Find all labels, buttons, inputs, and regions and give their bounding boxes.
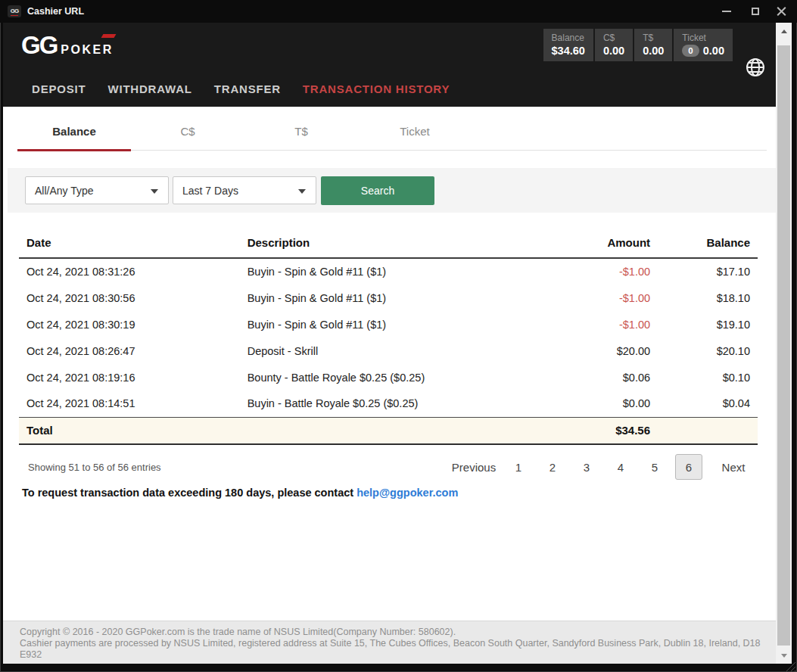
transaction-balance: $0.10: [658, 364, 758, 390]
logo-gg-text: GG: [21, 33, 57, 58]
ticket-count-pill: 0: [682, 45, 699, 57]
wallet-badge-value-row: $34.60: [552, 45, 585, 57]
transaction-date: Oct 24, 2021 08:30:56: [19, 285, 240, 311]
app-header: GG POKER Balance $34.60: [3, 23, 776, 107]
transaction-balance: $0.04: [658, 390, 758, 417]
nav-tab[interactable]: DEPOSIT: [32, 82, 86, 95]
window-frame: GG POKER Balance $34.60: [3, 23, 792, 664]
nav-tab[interactable]: WITHDRAWAL: [107, 82, 191, 95]
vertical-scrollbar[interactable]: [776, 23, 792, 664]
transaction-amount: $0.06: [484, 364, 658, 390]
transaction-balance: $19.10: [658, 311, 758, 338]
chevron-down-icon: [298, 189, 306, 194]
transaction-description: Bounty - Battle Royale $0.25 ($0.25): [240, 364, 484, 390]
triangle-up-icon[interactable]: [776, 24, 792, 38]
wallet-badge-value-row: 0.00: [603, 45, 624, 57]
wallet-badge-value: 0.00: [603, 45, 624, 57]
pagination-page[interactable]: 4: [607, 454, 634, 480]
wallet-badge-value: 0.00: [703, 45, 724, 57]
pagination-page[interactable]: 5: [641, 454, 668, 480]
column-header-description: Description: [240, 230, 484, 258]
wallet-badge: Balance $34.60: [543, 29, 593, 61]
pagination-previous[interactable]: Previous: [450, 454, 498, 480]
currency-tab[interactable]: Ticket: [358, 115, 472, 150]
wallet-badge-value-row: 0.00: [643, 45, 664, 57]
transaction-amount: -$1.00: [484, 311, 658, 338]
transaction-date: Oct 24, 2021 08:26:47: [19, 338, 240, 364]
gg-logo-icon: GG: [8, 5, 21, 17]
transaction-row: Oct 24, 2021 08:14:51 Buyin - Battle Roy…: [19, 390, 758, 417]
currency-tab[interactable]: T$: [244, 115, 358, 150]
pagination-page[interactable]: 3: [573, 454, 600, 480]
maximize-icon[interactable]: [747, 3, 764, 20]
date-range-value: Last 7 Days: [182, 185, 238, 197]
wallet-badge-value: $34.60: [552, 45, 585, 57]
search-button[interactable]: Search: [321, 176, 434, 205]
notice-text: To request transaction data exceeding 18…: [22, 487, 356, 499]
column-header-amount: Amount: [484, 230, 658, 258]
wallet-badge: C$ 0.00: [595, 29, 633, 61]
wallet-badge-label: C$: [603, 33, 624, 43]
globe-icon[interactable]: [745, 57, 766, 78]
wallet-badge-label: Ticket: [682, 33, 724, 43]
total-label: Total: [19, 417, 240, 444]
transaction-amount: $20.00: [484, 338, 658, 364]
wallet-balances: Balance $34.60 C$ 0.00: [543, 29, 733, 61]
copyright-line: Copyright © 2016 - 2020 GGPoker.com is t…: [20, 627, 776, 638]
nav-tab[interactable]: TRANSFER: [214, 82, 281, 95]
transaction-row: Oct 24, 2021 08:30:56 Buyin - Spin & Gol…: [19, 285, 758, 311]
registered-address-line: Cashier payments are processed by NSUS L…: [20, 638, 776, 661]
transaction-row: Oct 24, 2021 08:30:19 Buyin - Spin & Gol…: [19, 311, 758, 338]
pagination-page[interactable]: 1: [505, 454, 532, 480]
ggpoker-logo: GG POKER: [21, 33, 114, 58]
transaction-row: Oct 24, 2021 08:26:47 Deposit - Skrill $…: [19, 338, 758, 364]
titlebar[interactable]: GG Cashier URL: [0, 0, 797, 23]
transaction-description: Buyin - Spin & Gold #11 ($1): [240, 311, 484, 338]
window-controls: [718, 3, 789, 20]
pagination-page[interactable]: 2: [539, 454, 566, 480]
currency-tab[interactable]: C$: [131, 115, 244, 150]
transaction-amount: -$1.00: [484, 258, 658, 285]
legal-footer: Copyright © 2016 - 2020 GGPoker.com is t…: [3, 621, 776, 664]
type-filter-value: All/Any Type: [35, 185, 94, 197]
wallet-badge-value-row: 0 0.00: [682, 45, 724, 57]
close-icon[interactable]: [776, 5, 788, 17]
pagination: Previous 1 2 3 4 5: [450, 454, 758, 480]
currency-tab[interactable]: Balance: [17, 115, 131, 150]
logo-red-accent: [101, 34, 116, 38]
transaction-date: Oct 24, 2021 08:14:51: [19, 390, 240, 417]
transaction-amount: $0.00: [484, 390, 658, 417]
transaction-balance: $18.10: [658, 285, 758, 311]
chevron-down-icon: [151, 189, 158, 194]
column-header-date: Date: [19, 230, 240, 258]
cashier-window: GG Cashier URL GG POKER Bal: [0, 0, 797, 672]
minimize-icon[interactable]: [718, 3, 735, 20]
date-range-select[interactable]: Last 7 Days: [173, 176, 316, 204]
pagination-bar: Showing 51 to 56 of 56 entries Previous …: [19, 452, 758, 482]
total-row: Total $34.56: [19, 417, 758, 444]
scrollbar-thumb[interactable]: [777, 45, 790, 646]
content-area: Balance C$ T$ Ticket All/Any Type Last 7: [3, 107, 776, 621]
transaction-description: Deposit - Skrill: [240, 338, 484, 364]
filter-bar: All/Any Type Last 7 Days Search: [8, 168, 776, 213]
gg-logo-icon-text: GG: [11, 8, 18, 16]
transaction-date: Oct 24, 2021 08:30:19: [19, 311, 240, 338]
pagination-page[interactable]: 6: [675, 454, 702, 480]
table-header-row: Date Description Amount Balance: [19, 230, 758, 258]
transaction-description: Buyin - Spin & Gold #11 ($1): [240, 285, 484, 311]
main-nav: DEPOSIT WITHDRAWAL TRANSFER TRANSACTION …: [32, 82, 450, 95]
wallet-badge: T$ 0.00: [634, 29, 672, 61]
triangle-down-icon[interactable]: [776, 649, 792, 662]
transaction-description: Buyin - Spin & Gold #11 ($1): [240, 258, 484, 285]
transaction-table: Date Description Amount Balance Oct 24, …: [19, 230, 758, 445]
wallet-badge-label: Balance: [552, 33, 585, 43]
data-request-notice: To request transaction data exceeding 18…: [22, 487, 458, 499]
help-email-link[interactable]: help@ggpoker.com: [356, 487, 458, 499]
currency-tabs: Balance C$ T$ Ticket: [17, 115, 767, 151]
transaction-balance: $20.10: [658, 338, 758, 364]
pagination-next[interactable]: Next: [709, 454, 758, 480]
total-amount: $34.56: [484, 417, 658, 444]
type-filter-select[interactable]: All/Any Type: [25, 176, 169, 204]
transaction-date: Oct 24, 2021 08:19:16: [19, 364, 240, 390]
nav-tab[interactable]: TRANSACTION HISTORY: [303, 82, 450, 95]
